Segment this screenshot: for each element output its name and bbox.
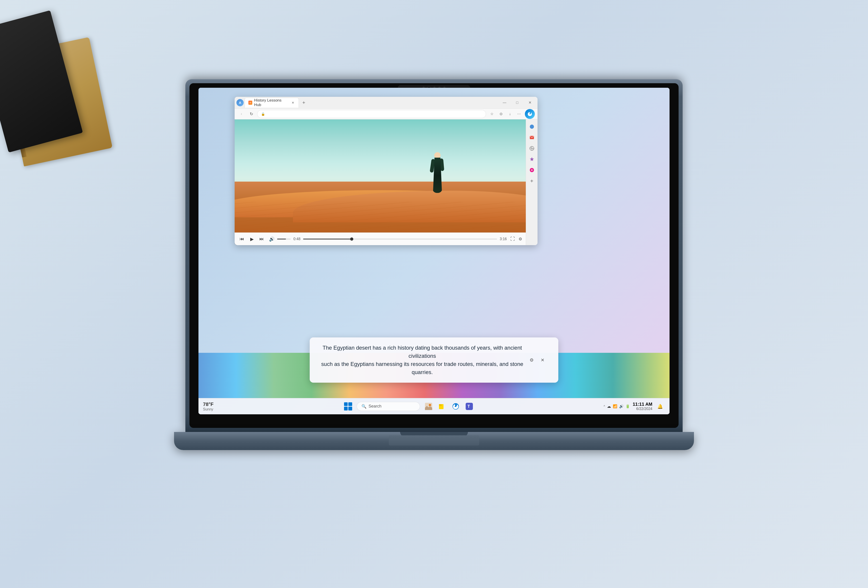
- laptop-bezel: A H History Lessons Hub ✕ +: [189, 83, 679, 428]
- video-frame[interactable]: [235, 120, 526, 232]
- win-quad-1: [344, 402, 348, 406]
- rewind-button[interactable]: ⏮: [238, 235, 245, 243]
- notification-icon[interactable]: 🔔: [655, 402, 665, 411]
- caption-line1: The Egyptian desert has a rich history d…: [323, 345, 522, 359]
- sidebar-extension-2-icon[interactable]: [527, 165, 536, 174]
- progress-fill: [303, 239, 351, 239]
- laptop-base: [174, 432, 694, 450]
- volume-button[interactable]: 🔊: [268, 235, 275, 243]
- video-controls: ⏮ ▶ ⏭ 🔊: [235, 232, 526, 245]
- toolbar-actions: ☆ ⊙ ↓ ⋯: [488, 110, 523, 118]
- weather-temp: 78°F: [203, 402, 214, 407]
- browser-tab-area: H History Lessons Hub ✕ +: [245, 98, 497, 108]
- svg-text:T: T: [468, 404, 470, 409]
- fullscreen-button[interactable]: ⛶: [511, 236, 515, 242]
- start-button[interactable]: [343, 402, 353, 411]
- taskbar-teams-app[interactable]: T: [464, 402, 474, 411]
- sidebar-favorites-icon[interactable]: [527, 122, 536, 131]
- back-button[interactable]: ‹: [237, 110, 245, 118]
- wifi-icon[interactable]: 📶: [613, 404, 617, 408]
- collections-button[interactable]: ⊙: [497, 110, 505, 118]
- sidebar-extension-1-icon[interactable]: [527, 155, 536, 164]
- tab-title: History Lessons Hub: [254, 98, 288, 107]
- clock-time: 11:11 AM: [633, 402, 652, 407]
- desktop-background: A H History Lessons Hub ✕ +: [198, 88, 670, 414]
- win-quad-2: [348, 402, 352, 406]
- caption-close-button[interactable]: ✕: [538, 356, 547, 365]
- taskbar-search[interactable]: 🔍 Search: [357, 402, 420, 411]
- play-button[interactable]: ▶: [248, 235, 255, 243]
- favorites-button[interactable]: ☆: [488, 110, 496, 118]
- system-tray: ^ ☁ 📶 🔊 🔋: [604, 404, 630, 409]
- browser-window-controls: — □ ✕: [499, 99, 536, 107]
- windows-logo: [344, 402, 352, 411]
- svg-rect-8: [439, 404, 442, 406]
- browser-profile-icon[interactable]: A: [236, 99, 244, 106]
- figure-head: [434, 152, 441, 158]
- laptop-screen-shell: A H History Lessons Hub ✕ +: [185, 79, 683, 432]
- browser-window: A H History Lessons Hub ✕ +: [235, 97, 537, 245]
- win-quad-4: [348, 406, 352, 411]
- browser-titlebar[interactable]: A H History Lessons Hub ✕ +: [235, 97, 537, 109]
- sand-ripples: [235, 202, 526, 232]
- progress-bar[interactable]: [303, 239, 497, 239]
- weather-condition: Sunny: [203, 407, 214, 411]
- more-button[interactable]: ⋯: [515, 110, 523, 118]
- taskbar-center: 🔍 Search: [343, 402, 474, 411]
- taskbar-edge-app[interactable]: [451, 402, 461, 411]
- volume-area: 🔊: [268, 235, 291, 243]
- clock-date: 6/22/2024: [633, 407, 652, 411]
- svg-point-6: [429, 404, 431, 406]
- svg-point-0: [530, 125, 534, 129]
- volume-slider[interactable]: [277, 239, 291, 239]
- tab-favicon: H: [248, 100, 252, 105]
- caption-settings-button[interactable]: ⚙: [527, 356, 536, 365]
- search-icon: 🔍: [362, 404, 366, 409]
- battery-icon[interactable]: 🔋: [626, 404, 630, 408]
- desert-scene: [235, 120, 526, 232]
- fast-forward-button[interactable]: ⏭: [258, 235, 266, 243]
- browser-active-tab[interactable]: H History Lessons Hub ✕: [245, 98, 299, 108]
- sidebar-web-icon[interactable]: [527, 144, 536, 153]
- time-total: 3:16: [500, 237, 507, 241]
- figure: [431, 152, 444, 193]
- volume-fill: [277, 239, 286, 239]
- close-button[interactable]: ✕: [524, 99, 536, 107]
- figure-container: [431, 152, 444, 193]
- volume-tray-icon[interactable]: 🔊: [619, 404, 624, 408]
- caption-popup: The Egyptian desert has a rich history d…: [310, 337, 558, 383]
- tray-arrow-icon[interactable]: ^: [604, 405, 605, 408]
- download-button[interactable]: ↓: [506, 110, 514, 118]
- edge-logo-button[interactable]: [525, 109, 535, 119]
- maximize-button[interactable]: □: [511, 99, 523, 107]
- address-bar[interactable]: 🔒: [257, 110, 486, 118]
- svg-marker-4: [530, 157, 534, 161]
- taskbar-photos-app[interactable]: [424, 402, 434, 411]
- taskbar-files-app[interactable]: [437, 402, 447, 411]
- time-current: 0:48: [294, 237, 300, 241]
- sidebar-email-icon[interactable]: [527, 133, 536, 142]
- cloud-icon[interactable]: ☁: [607, 404, 611, 409]
- laptop-touchpad: [389, 435, 479, 446]
- refresh-button[interactable]: ↻: [247, 110, 255, 118]
- video-player: ⏮ ▶ ⏭ 🔊: [235, 120, 526, 245]
- taskbar: 78°F Sunny: [198, 398, 670, 414]
- minimize-button[interactable]: —: [499, 99, 511, 107]
- time-widget[interactable]: 11:11 AM 6/22/2024: [633, 402, 652, 411]
- sidebar-add-icon[interactable]: +: [527, 176, 536, 185]
- new-tab-button[interactable]: +: [300, 99, 308, 107]
- settings-button[interactable]: ⚙: [518, 236, 522, 242]
- browser-sidebar: +: [526, 120, 537, 245]
- search-placeholder: Search: [369, 404, 382, 409]
- weather-widget[interactable]: 78°F Sunny: [203, 402, 214, 411]
- desert-sand: [235, 182, 526, 232]
- lock-icon: 🔒: [261, 112, 265, 116]
- screen-content: A H History Lessons Hub ✕ +: [198, 88, 670, 414]
- caption-controls: ⚙ ✕: [527, 356, 547, 365]
- browser-toolbar: ‹ ↻ 🔒 ☆ ⊙ ↓ ⋯: [235, 109, 537, 120]
- background-book-prop: [0, 0, 127, 158]
- taskbar-left: 78°F Sunny: [203, 402, 214, 411]
- laptop-mockup: A H History Lessons Hub ✕ +: [163, 79, 705, 509]
- tab-close-button[interactable]: ✕: [291, 100, 295, 105]
- taskbar-right: ^ ☁ 📶 🔊 🔋 11:11 AM 6/22/2024 🔔: [604, 402, 665, 411]
